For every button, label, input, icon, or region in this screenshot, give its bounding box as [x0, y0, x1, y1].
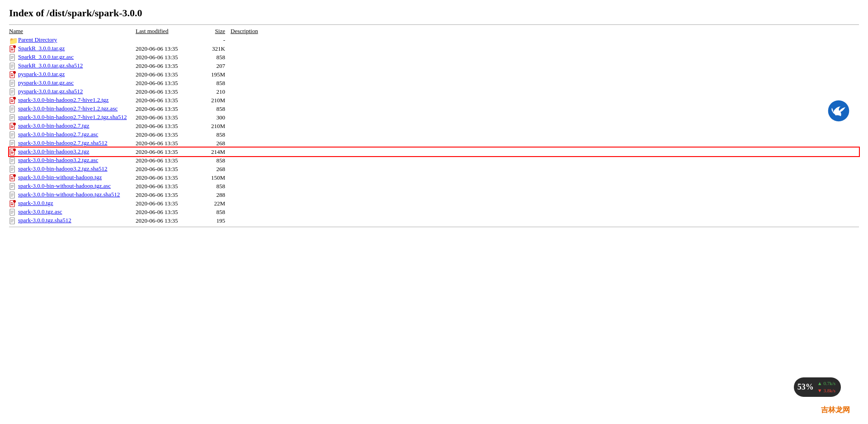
- download-speed: ▼ 3.8k/s: [817, 387, 835, 394]
- file-description: [231, 122, 859, 130]
- file-link[interactable]: spark-3.0.0.tgz: [18, 200, 53, 206]
- file-description: [231, 105, 859, 113]
- file-description: [231, 199, 859, 208]
- file-description: [231, 96, 859, 105]
- file-red-icon: [9, 123, 16, 130]
- file-size: 858: [203, 105, 231, 113]
- file-description: [231, 62, 859, 70]
- file-red-icon: [9, 200, 16, 207]
- file-link[interactable]: spark-3.0.0-bin-without-hadoop.tgz.asc: [18, 182, 111, 189]
- svg-rect-58: [11, 159, 14, 160]
- page-title: Index of /dist/spark/spark-3.0.0: [9, 7, 859, 19]
- file-description: [231, 216, 859, 225]
- file-size: 150M: [203, 173, 231, 182]
- table-row: spark-3.0.0-bin-hadoop3.2.tgz.asc2020-06…: [9, 156, 859, 165]
- file-link[interactable]: spark-3.0.0.tgz.asc: [18, 208, 62, 215]
- file-icon: [9, 191, 16, 199]
- file-description: [231, 53, 859, 62]
- modified-date: 2020-06-06 13:35: [136, 70, 203, 79]
- file-link[interactable]: spark-3.0.0-bin-without-hadoop.tgz: [18, 174, 102, 181]
- svg-rect-60: [11, 162, 13, 162]
- file-description: [231, 70, 859, 79]
- svg-rect-14: [11, 75, 14, 75]
- file-size: 268: [203, 139, 231, 148]
- svg-rect-47: [11, 136, 13, 136]
- svg-rect-77: [11, 196, 13, 196]
- file-link[interactable]: spark-3.0.0-bin-hadoop2.7-hive1.2.tgz.as…: [18, 105, 118, 112]
- file-link[interactable]: spark-3.0.0-bin-hadoop2.7.tgz.asc: [18, 131, 98, 138]
- table-row: pyspark-3.0.0.tar.gz.sha5122020-06-06 13…: [9, 87, 859, 96]
- svg-rect-28: [11, 101, 13, 102]
- modified-date: 2020-06-06 13:35: [136, 96, 203, 105]
- file-link[interactable]: pyspark-3.0.0.tar.gz.asc: [18, 79, 74, 86]
- file-description: [231, 191, 859, 199]
- modified-date: 2020-06-06 13:35: [136, 173, 203, 182]
- modified-date: 2020-06-06 13:35: [136, 44, 203, 53]
- network-percent: 53%: [797, 382, 814, 392]
- table-row: spark-3.0.0.tgz2020-06-06 13:3522M: [9, 199, 859, 208]
- file-icon: [9, 209, 16, 216]
- file-link[interactable]: spark-3.0.0-bin-hadoop2.7.tgz.sha512: [18, 139, 108, 146]
- file-icon: [9, 80, 16, 87]
- file-size: 858: [203, 79, 231, 87]
- table-row: SparkR_3.0.0.tar.gz2020-06-06 13:35321K: [9, 44, 859, 53]
- svg-rect-45: [11, 133, 14, 134]
- file-link[interactable]: spark-3.0.0-bin-hadoop2.7.tgz: [18, 122, 89, 129]
- file-link[interactable]: pyspark-3.0.0.tar.gz: [18, 71, 65, 77]
- file-description: [231, 173, 859, 182]
- svg-rect-33: [11, 109, 14, 110]
- svg-point-4: [13, 45, 16, 48]
- svg-rect-75: [11, 194, 14, 194]
- file-link[interactable]: SparkR_3.0.0.tar.gz.asc: [18, 53, 74, 60]
- svg-rect-7: [11, 57, 14, 58]
- file-link[interactable]: spark-3.0.0-bin-hadoop2.7-hive1.2.tgz.sh…: [18, 114, 127, 120]
- table-row: spark-3.0.0-bin-without-hadoop.tgz.sha51…: [9, 191, 859, 199]
- table-row: spark-3.0.0-bin-hadoop2.7.tgz.sha5122020…: [9, 139, 859, 148]
- file-link[interactable]: spark-3.0.0-bin-hadoop3.2.tgz.sha512: [18, 165, 108, 172]
- file-size: 195: [203, 216, 231, 225]
- bottom-divider: [9, 227, 859, 227]
- svg-rect-88: [11, 219, 14, 220]
- file-link[interactable]: SparkR_3.0.0.tar.gz.sha512: [18, 62, 83, 69]
- file-size: 321K: [203, 44, 231, 53]
- table-row: spark-3.0.0.tgz.asc2020-06-06 13:35858: [9, 208, 859, 216]
- sort-size[interactable]: Size: [215, 28, 225, 34]
- sort-description[interactable]: Description: [231, 28, 258, 34]
- file-red-icon: [9, 97, 16, 104]
- svg-rect-38: [11, 119, 13, 119]
- parent-dir-link[interactable]: Parent Directory: [18, 36, 57, 43]
- file-link[interactable]: spark-3.0.0-bin-without-hadoop.tgz.sha51…: [18, 191, 120, 198]
- svg-rect-37: [11, 118, 14, 118]
- file-description: [231, 130, 859, 139]
- brand-label: 吉林龙网: [821, 405, 850, 415]
- svg-rect-54: [11, 153, 13, 153]
- file-link[interactable]: spark-3.0.0.tgz.sha512: [18, 217, 71, 224]
- modified-date: 2020-06-06 13:35: [136, 105, 203, 113]
- file-icon: [9, 166, 16, 173]
- modified-date: 2020-06-06 13:35: [136, 53, 203, 62]
- file-size: 858: [203, 156, 231, 165]
- svg-rect-41: [11, 127, 13, 128]
- file-link[interactable]: SparkR_3.0.0.tar.gz: [18, 45, 65, 52]
- svg-rect-42: [11, 125, 13, 125]
- file-size: 210M: [203, 122, 231, 130]
- file-icon: [9, 183, 16, 190]
- file-link[interactable]: spark-3.0.0-bin-hadoop3.2.tgz.asc: [18, 157, 98, 163]
- table-row: SparkR_3.0.0.tar.gz.asc2020-06-06 13:358…: [9, 53, 859, 62]
- top-divider: [9, 24, 859, 25]
- sort-name[interactable]: Name: [9, 28, 23, 34]
- modified-date: 2020-06-06 13:35: [136, 87, 203, 96]
- svg-rect-46: [11, 135, 14, 135]
- file-link[interactable]: pyspark-3.0.0.tar.gz.sha512: [18, 88, 83, 95]
- svg-rect-89: [11, 221, 14, 221]
- folder-icon: 📁: [9, 37, 16, 44]
- svg-rect-85: [11, 212, 14, 213]
- svg-rect-27: [11, 100, 14, 101]
- file-size: 300: [203, 113, 231, 122]
- file-link[interactable]: spark-3.0.0-bin-hadoop2.7-hive1.2.tgz: [18, 96, 108, 103]
- file-description: [231, 113, 859, 122]
- sort-modified[interactable]: Last modified: [136, 28, 169, 34]
- svg-rect-67: [11, 179, 13, 179]
- file-link[interactable]: spark-3.0.0-bin-hadoop3.2.tgz: [18, 148, 89, 155]
- file-description: [231, 87, 859, 96]
